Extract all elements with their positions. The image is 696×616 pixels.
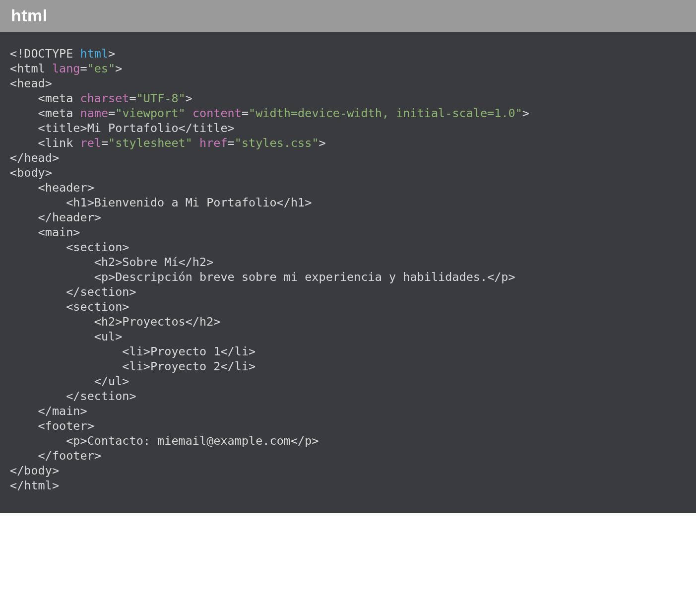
code-token: </main> bbox=[10, 404, 87, 418]
code-token: <ul> bbox=[10, 330, 122, 343]
code-token bbox=[186, 106, 192, 120]
code-token: </head> bbox=[10, 151, 59, 165]
code-token: </header> bbox=[10, 210, 101, 224]
code-token: charset bbox=[80, 91, 129, 105]
code-token: rel bbox=[80, 136, 101, 150]
code-block-header: html bbox=[0, 0, 696, 32]
code-token: <main> bbox=[10, 225, 80, 239]
code-token: <body> bbox=[10, 166, 52, 180]
code-token: <html bbox=[10, 62, 52, 75]
code-token: <head> bbox=[10, 76, 52, 90]
code-token: = bbox=[108, 106, 115, 120]
code-token: = bbox=[242, 106, 249, 120]
code-token: "UTF-8" bbox=[136, 91, 186, 105]
code-token: <section> bbox=[10, 300, 129, 314]
code-token: <h2>Proyectos</h2> bbox=[10, 315, 220, 329]
code-token: <section> bbox=[10, 240, 129, 254]
code-token: <meta bbox=[10, 106, 80, 120]
code-token: <header> bbox=[10, 181, 94, 195]
code-token: "styles.css" bbox=[235, 136, 319, 150]
code-token: </html> bbox=[10, 479, 59, 492]
code-token: html bbox=[80, 47, 108, 61]
code-token: name bbox=[80, 106, 108, 120]
code-block-language-label: html bbox=[11, 6, 48, 25]
code-token: <p>Descripción breve sobre mi experienci… bbox=[10, 270, 515, 284]
code-token: > bbox=[522, 106, 529, 120]
code-token: "viewport" bbox=[115, 106, 185, 120]
code-token: <meta bbox=[10, 91, 80, 105]
code-block-body: <!DOCTYPE html> <html lang="es"> <head> … bbox=[0, 32, 696, 513]
code-token: > bbox=[115, 62, 122, 75]
code-token: <link bbox=[10, 136, 80, 150]
code-token: "stylesheet" bbox=[108, 136, 192, 150]
code-token: > bbox=[186, 91, 192, 105]
code-token: <footer> bbox=[10, 419, 94, 433]
code-token: </section> bbox=[10, 389, 136, 403]
code-token: href bbox=[199, 136, 228, 150]
code-token: = bbox=[228, 136, 235, 150]
code-token: <li>Proyecto 2</li> bbox=[10, 359, 255, 373]
code-token: "es" bbox=[87, 62, 116, 75]
code-token: lang bbox=[52, 62, 80, 75]
code-token: </section> bbox=[10, 285, 136, 299]
code-token: "width=device-width, initial-scale=1.0" bbox=[249, 106, 522, 120]
code-token: content bbox=[192, 106, 242, 120]
code-token: <title>Mi Portafolio</title> bbox=[10, 121, 235, 135]
code-token: = bbox=[80, 62, 87, 75]
code-token: </ul> bbox=[10, 374, 129, 388]
code-token: > bbox=[319, 136, 326, 150]
code-token: <!DOCTYPE bbox=[10, 47, 80, 61]
code-token bbox=[192, 136, 199, 150]
code-token: </body> bbox=[10, 464, 59, 478]
code-token: <h2>Sobre Mí</h2> bbox=[10, 255, 213, 269]
code-block: html <!DOCTYPE html> <html lang="es"> <h… bbox=[0, 0, 696, 513]
code-token: <h1>Bienvenido a Mi Portafolio</h1> bbox=[10, 196, 312, 209]
code-token: <li>Proyecto 1</li> bbox=[10, 344, 255, 358]
code-token: = bbox=[101, 136, 108, 150]
code-token: > bbox=[108, 47, 115, 61]
code-token: </footer> bbox=[10, 449, 101, 463]
code-token: <p>Contacto: miemail@example.com</p> bbox=[10, 434, 319, 448]
code-token: = bbox=[129, 91, 136, 105]
